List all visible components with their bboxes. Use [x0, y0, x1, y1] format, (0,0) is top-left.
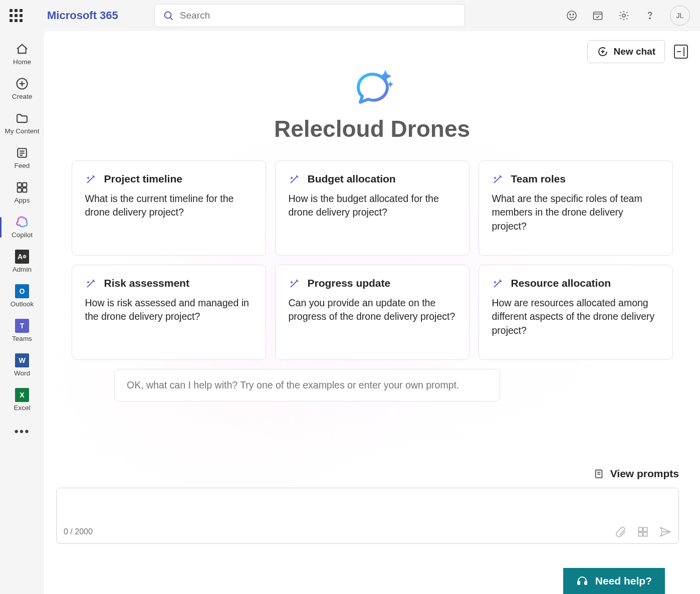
- rail-item-teams[interactable]: T Teams: [0, 315, 44, 347]
- excel-icon: X: [15, 388, 29, 402]
- headset-icon: [576, 575, 588, 587]
- wand-icon: [492, 173, 504, 185]
- header-actions: JL: [566, 6, 690, 26]
- rail-label: Teams: [12, 335, 32, 342]
- card-body: How is the budget allocated for the dron…: [289, 192, 456, 220]
- need-help-button[interactable]: Need help?: [563, 568, 665, 594]
- attach-icon[interactable]: [614, 525, 627, 538]
- rail-item-create[interactable]: Create: [0, 73, 44, 105]
- svg-point-3: [570, 14, 571, 15]
- card-title: Team roles: [511, 173, 566, 185]
- apps-icon: [15, 180, 29, 194]
- prompt-card[interactable]: Risk assessment How is risk assessed and…: [72, 265, 266, 360]
- svg-point-4: [573, 14, 574, 15]
- card-title: Resource allocation: [511, 277, 611, 289]
- wand-icon: [85, 277, 97, 289]
- avatar[interactable]: JL: [670, 6, 690, 26]
- prompt-card[interactable]: Project timeline What is the current tim…: [72, 160, 266, 256]
- rail-label: Feed: [15, 162, 30, 169]
- svg-point-0: [164, 12, 171, 19]
- search-icon: [163, 10, 174, 21]
- prompt-card[interactable]: Budget allocation How is the budget allo…: [275, 160, 470, 256]
- page-title: Relecloud Drones: [44, 115, 700, 142]
- card-title: Progress update: [308, 277, 391, 289]
- composer-footer: 0 / 2000: [64, 525, 671, 538]
- svg-rect-28: [643, 532, 647, 536]
- rail-item-copilot[interactable]: Copilot: [0, 211, 44, 244]
- svg-rect-18: [18, 188, 22, 192]
- grid-icon[interactable]: [636, 525, 649, 538]
- prompt-cards: Project timeline What is the current tim…: [72, 160, 673, 360]
- wand-icon: [289, 173, 301, 185]
- rail-item-outlook[interactable]: O Outlook: [0, 280, 44, 313]
- rail-label: Home: [13, 58, 31, 66]
- gear-icon[interactable]: [618, 10, 630, 22]
- svg-rect-19: [23, 188, 27, 192]
- rail-label: Outlook: [11, 300, 34, 308]
- svg-rect-26: [643, 527, 647, 531]
- emoji-icon[interactable]: [566, 10, 578, 22]
- card-body: Can you provide an update on the progres…: [289, 296, 456, 324]
- rail-item-excel[interactable]: X Excel: [0, 384, 44, 417]
- send-icon[interactable]: [658, 525, 671, 538]
- prompt-card[interactable]: Resource allocation How are resources al…: [479, 265, 673, 360]
- svg-rect-30: [578, 581, 580, 584]
- calendar-check-icon[interactable]: [592, 10, 604, 22]
- example-hint: OK, what can I help with? Try one of the…: [114, 369, 500, 402]
- svg-point-2: [567, 11, 576, 20]
- rail-item-apps[interactable]: Apps: [0, 176, 44, 209]
- rail-item-admin[interactable]: A⚙ Admin: [0, 246, 44, 278]
- app-launcher[interactable]: [6, 6, 26, 26]
- home-icon: [15, 42, 29, 56]
- rail-label: Create: [12, 93, 33, 100]
- search-input[interactable]: [180, 10, 456, 21]
- prompt-card[interactable]: Progress update Can you provide an updat…: [275, 265, 470, 360]
- need-help-label: Need help?: [595, 575, 652, 587]
- plus-circle-icon: [15, 77, 29, 91]
- rail-label: My Content: [5, 127, 39, 135]
- avatar-initials: JL: [676, 12, 684, 20]
- view-prompts-button[interactable]: View prompts: [593, 468, 679, 480]
- composer[interactable]: 0 / 2000: [56, 488, 679, 544]
- teams-icon: T: [15, 319, 29, 333]
- help-icon[interactable]: [644, 10, 656, 22]
- card-body: How are resources allocated among differ…: [492, 296, 659, 337]
- svg-rect-31: [585, 581, 587, 584]
- svg-point-7: [622, 14, 625, 17]
- card-title: Risk assessment: [104, 277, 189, 289]
- search-box[interactable]: [154, 4, 465, 27]
- header: Microsoft 365 JL: [0, 0, 700, 31]
- rail-label: Excel: [14, 404, 30, 412]
- card-body: What are the specific roles of team memb…: [492, 192, 659, 233]
- svg-point-8: [649, 18, 650, 19]
- rail-item-word[interactable]: W Word: [0, 349, 44, 382]
- copilot-hero-icon: [347, 61, 397, 111]
- rail-item-my-content[interactable]: My Content: [0, 107, 44, 140]
- rail-item-home[interactable]: Home: [0, 38, 44, 71]
- rail-label: Apps: [15, 196, 30, 204]
- rail-label: Copilot: [12, 231, 33, 239]
- rail-label: Admin: [13, 266, 32, 273]
- left-rail: Home Create My Content Feed Apps: [0, 31, 44, 594]
- brand-label[interactable]: Microsoft 365: [47, 9, 118, 22]
- char-counter: 0 / 2000: [64, 527, 93, 536]
- view-prompts-label: View prompts: [610, 468, 679, 480]
- rail-item-feed[interactable]: Feed: [0, 142, 44, 174]
- svg-rect-27: [638, 532, 642, 536]
- rail-overflow[interactable]: •••: [10, 421, 34, 443]
- wand-icon: [289, 277, 301, 289]
- waffle-icon: [10, 9, 23, 22]
- admin-icon: A⚙: [15, 250, 29, 264]
- card-title: Project timeline: [104, 173, 182, 185]
- hero: Relecloud Drones: [44, 31, 700, 142]
- prompts-icon: [593, 468, 604, 479]
- word-icon: W: [15, 353, 29, 367]
- card-title: Budget allocation: [308, 173, 396, 185]
- wand-icon: [85, 173, 97, 185]
- main-content: New chat Relecloud Drones: [44, 31, 700, 594]
- svg-line-1: [170, 18, 172, 20]
- svg-rect-17: [23, 183, 27, 187]
- rail-label: Word: [14, 369, 30, 377]
- card-body: What is the current timeline for the dro…: [85, 192, 253, 220]
- prompt-card[interactable]: Team roles What are the specific roles o…: [479, 160, 673, 256]
